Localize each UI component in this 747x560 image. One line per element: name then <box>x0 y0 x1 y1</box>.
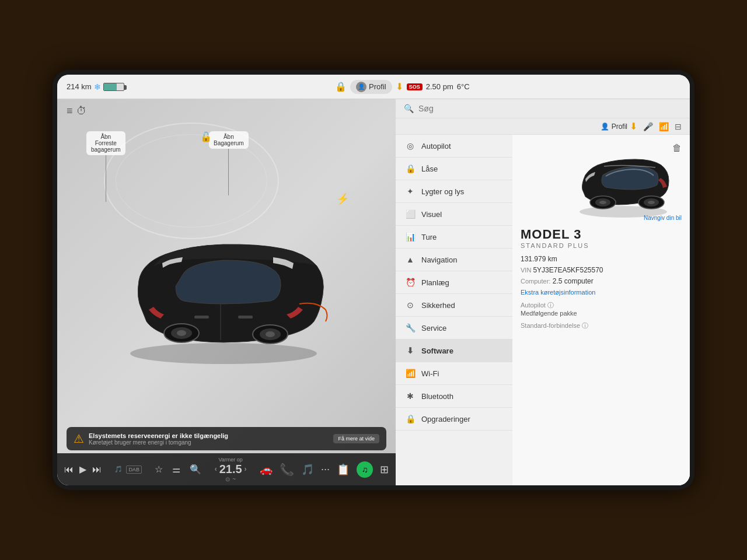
right-profile: 👤 Profil ⬇ <box>601 121 637 132</box>
left-panel: ≡ ⏱ Åbn Forreste bagagerum <box>57 99 396 485</box>
temp-left-arrow[interactable]: ‹ <box>215 465 217 473</box>
menu-item-navigation[interactable]: ▲ Navigation <box>396 249 512 271</box>
autopilot-icon: ◎ <box>405 141 416 150</box>
unlock-icon: 🔓 <box>200 131 212 142</box>
software-icon: ⬇ <box>405 346 416 355</box>
svg-point-13 <box>599 201 606 204</box>
star-icon[interactable]: ☆ <box>155 464 163 475</box>
menu-icon[interactable]: ≡ <box>67 105 73 117</box>
mileage-row: 131.979 km <box>521 255 682 263</box>
software-label: Software <box>421 346 453 355</box>
sos-badge: SOS <box>407 83 423 90</box>
learn-more-button[interactable]: Få mere at vide <box>333 434 379 443</box>
svg-rect-9 <box>238 316 253 318</box>
temp-label: Varmer op <box>215 457 247 463</box>
temp-right-arrow[interactable]: › <box>245 465 247 473</box>
menu-item-visuel[interactable]: ⬜ Visuel <box>396 203 512 226</box>
profile-button[interactable]: 👤 Profil <box>350 80 392 94</box>
menu-item-opgraderinger[interactable]: 🔒 Opgraderinger <box>396 408 512 430</box>
svg-rect-8 <box>194 316 209 318</box>
right-top-bar: 👤 Profil ⬇ 🎤 📶 ⊟ <box>396 118 690 135</box>
standard-connection-row: Standard-forbindelse ⓘ <box>521 321 682 330</box>
more-icon[interactable]: ··· <box>321 463 330 475</box>
timer-icon: ⏱ <box>76 105 87 117</box>
temp-value-display: ‹ 21.5 › <box>215 463 247 476</box>
media-icons: ☆ ⚌ 🔍 <box>155 464 201 475</box>
car-image <box>75 146 384 427</box>
ture-label: Ture <box>421 233 437 242</box>
settings-menu: ◎ Autopilot 🔒 Låse ✦ Lygter og lys ⬜ <box>396 135 512 485</box>
menu-item-wifi[interactable]: 📶 Wi-Fi <box>396 362 512 385</box>
laase-label: Låse <box>421 164 438 173</box>
info-icon[interactable]: 📋 <box>337 463 350 476</box>
prev-track-button[interactable]: ⏮ <box>64 464 74 475</box>
model-variant: STANDARD PLUS <box>521 242 682 249</box>
search-input[interactable] <box>418 104 682 113</box>
profile-avatar: 👤 <box>356 82 366 92</box>
wifi-icon: 📶 <box>405 369 416 378</box>
service-label: Service <box>421 324 446 332</box>
equalizer-icon[interactable]: ⚌ <box>172 464 180 475</box>
standard-connection-label: Standard-forbindelse ⓘ <box>521 321 682 330</box>
menu-item-planlaeg[interactable]: ⏰ Planlæg <box>396 271 512 294</box>
screen: 214 km ❄ 🔒 👤 Profil ⬇ SOS 2.50 pm 6°C <box>57 75 690 485</box>
search-media-icon[interactable]: 🔍 <box>190 464 201 475</box>
menu-item-ture[interactable]: 📊 Ture <box>396 226 512 249</box>
computer-row: Computer: 2.5 computer <box>521 277 682 285</box>
computer-label: Computer: <box>521 278 550 285</box>
spotify-button[interactable]: ♫ <box>357 461 373 478</box>
menu-item-laase[interactable]: 🔒 Låse <box>396 158 512 180</box>
rear-trunk-line1: Åbn <box>214 134 244 140</box>
profile-label: Profil <box>369 82 386 91</box>
car-nav-icon[interactable]: 🚗 <box>260 463 273 476</box>
right-panel: 🔍 👤 Profil ⬇ 🎤 📶 ⊟ <box>396 99 690 485</box>
temp-icons: ⊙ ~ <box>215 476 247 482</box>
navigation-label: Navigation <box>421 256 457 264</box>
trash-icon[interactable]: 🗑 <box>672 143 682 153</box>
vehicle-info-link[interactable]: Ekstra køretøjsinformation <box>521 289 595 296</box>
search-bar: 🔍 <box>396 99 690 118</box>
next-track-button[interactable]: ⏭ <box>92 464 102 475</box>
right-panel-body: ◎ Autopilot 🔒 Låse ✦ Lygter og lys ⬜ <box>396 135 690 485</box>
nav-car-button[interactable]: Navngiv din bil <box>644 215 682 221</box>
mileage-value: 131.979 km <box>521 255 682 263</box>
warning-banner: ⚠ Elsystemets reserveenergi er ikke tilg… <box>67 427 386 450</box>
top-bar-center: 🔒 👤 Profil ⬇ SOS 2.50 pm 6°C <box>335 80 469 94</box>
car-3d-view: 🗑 <box>521 143 682 221</box>
menu-item-autopilot[interactable]: ◎ Autopilot <box>396 135 512 158</box>
planlaeg-label: Planlæg <box>421 278 449 287</box>
menu-item-lygter[interactable]: ✦ Lygter og lys <box>396 180 512 203</box>
music-nav-icon[interactable]: 🎵 <box>301 463 314 476</box>
sikkerhed-icon: ⊙ <box>405 300 416 310</box>
battery-fill <box>104 83 117 90</box>
play-button[interactable]: ▶ <box>79 464 86 475</box>
menu-item-software[interactable]: ⬇ Software <box>396 340 512 362</box>
menu-item-sikkerhed[interactable]: ⊙ Sikkerhed <box>396 294 512 317</box>
status-icon-2: ⊟ <box>675 122 682 131</box>
sikkerhed-label: Sikkerhed <box>421 301 455 310</box>
svg-point-0 <box>130 343 317 364</box>
screen-bezel: 214 km ❄ 🔒 👤 Profil ⬇ SOS 2.50 pm 6°C <box>53 70 694 490</box>
computer-value: 2.5 computer <box>553 277 594 285</box>
right-profile-icon: 👤 <box>601 123 609 131</box>
ture-icon: 📊 <box>405 232 416 242</box>
menu-item-bluetooth[interactable]: ✱ Bluetooth <box>396 385 512 408</box>
music-note-icon: 🎵 <box>114 466 123 473</box>
vin-label: VIN <box>521 267 533 274</box>
time-display: 2.50 pm <box>426 82 453 91</box>
menu-item-service[interactable]: 🔧 Service <box>396 317 512 340</box>
temperature-display: 6°C <box>457 82 470 91</box>
lygter-label: Lygter og lys <box>421 187 464 196</box>
right-status-icons: 🎤 📶 ⊟ <box>643 122 682 131</box>
svg-point-3 <box>177 330 186 336</box>
model-info: MODEL 3 STANDARD PLUS <box>521 227 682 249</box>
lightning-icon: ⚡ <box>336 192 349 205</box>
autopilot-info-value: Medfølgende pakke <box>521 310 682 317</box>
vehicle-info-link-row: Ekstra køretøjsinformation <box>521 288 682 296</box>
top-bar-left: 214 km ❄ <box>67 82 124 92</box>
grid-icon[interactable]: ⊞ <box>380 463 389 476</box>
lygter-icon: ✦ <box>405 187 416 196</box>
main-content: ≡ ⏱ Åbn Forreste bagagerum <box>57 99 690 485</box>
svg-point-16 <box>648 201 655 204</box>
phone-icon[interactable]: 📞 <box>280 463 294 477</box>
